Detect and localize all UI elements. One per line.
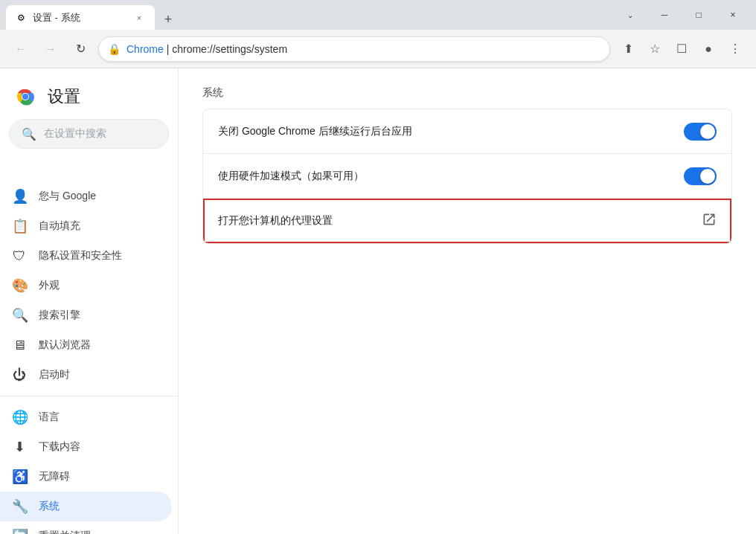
active-tab[interactable]: ⚙ 设置 - 系统 ×: [6, 5, 155, 30]
hardware-acceleration-label: 使用硬件加速模式（如果可用）: [218, 170, 672, 183]
url-lock-icon: 🔒: [108, 43, 121, 55]
external-link-icon[interactable]: [702, 212, 717, 231]
tab-close-button[interactable]: ×: [132, 11, 146, 25]
settings-content: 系统 关闭 Google Chrome 后继续运行后台应用 使用硬件加速模式（如…: [179, 68, 756, 534]
sidebar-item-search-engine[interactable]: 🔍 搜索引擎: [0, 300, 172, 330]
sidebar-title: 设置: [48, 86, 80, 108]
autofill-icon: 📋: [12, 218, 27, 234]
new-tab-button[interactable]: +: [158, 9, 179, 30]
sidebar-item-label: 自动填充: [39, 219, 80, 233]
sidebar-item-label: 搜索引擎: [39, 309, 80, 322]
collapse-button[interactable]: ⌄: [613, 0, 647, 30]
sidebar-item-reset[interactable]: 🔄 重置并清理: [0, 521, 172, 534]
reload-button[interactable]: ↻: [68, 37, 92, 61]
shield-icon: 🛡: [12, 248, 27, 264]
language-icon: 🌐: [12, 409, 27, 425]
chrome-logo: [12, 83, 39, 110]
background-apps-toggle[interactable]: [684, 123, 717, 141]
appearance-icon: 🎨: [12, 277, 27, 294]
toggle-knob: [700, 124, 715, 139]
search-icon: 🔍: [22, 127, 36, 141]
sidebar-header: 设置: [0, 68, 178, 119]
window-controls: ⌄ ─ □ ×: [613, 0, 750, 30]
url-brand: Chrome: [126, 43, 164, 55]
bookmark-button[interactable]: ☆: [643, 37, 667, 61]
maximize-button[interactable]: □: [682, 0, 716, 30]
url-text: Chrome | chrome://settings/system: [126, 43, 600, 55]
settings-card: 关闭 Google Chrome 后继续运行后台应用 使用硬件加速模式（如果可用…: [202, 109, 732, 244]
background-apps-label: 关闭 Google Chrome 后继续运行后台应用: [218, 125, 672, 138]
reset-icon: 🔄: [12, 528, 27, 534]
tab-title: 设置 - 系统: [33, 11, 126, 25]
sidebar-item-accessibility[interactable]: ♿ 无障碍: [0, 462, 172, 492]
sidebar-item-label: 外观: [39, 279, 60, 292]
sidebar-item-label: 下载内容: [39, 440, 80, 454]
sidebar-item-privacy[interactable]: 🛡 隐私设置和安全性: [0, 241, 172, 271]
hardware-acceleration-row: 使用硬件加速模式（如果可用）: [203, 154, 731, 199]
accessibility-icon: ♿: [12, 469, 27, 485]
search-placeholder: 在设置中搜索: [44, 127, 106, 141]
minimize-button[interactable]: ─: [647, 0, 682, 30]
sidebar-item-label: 无障碍: [39, 470, 70, 483]
hardware-acceleration-toggle[interactable]: [684, 167, 717, 185]
main-layout: 设置 🔍 在设置中搜索 👤 您与 Google 📋 自动填充 🛡 隐私设置和安全…: [0, 68, 756, 534]
sidebar-item-google-account[interactable]: 👤 您与 Google: [0, 181, 172, 211]
url-separator: |: [164, 43, 172, 55]
sidebar-item-downloads[interactable]: ⬇ 下载内容: [0, 432, 172, 462]
person-icon: 👤: [12, 188, 27, 205]
sidebar-item-label: 重置并清理: [39, 530, 91, 534]
tab-strip: ⚙ 设置 - 系统 × +: [6, 0, 613, 30]
sidebar-item-label: 语言: [39, 411, 60, 424]
sidebar-item-label: 系统: [39, 500, 60, 513]
toggle-knob: [700, 169, 715, 184]
forward-button[interactable]: →: [39, 37, 63, 61]
titlebar: ⚙ 设置 - 系统 × + ⌄ ─ □ ×: [0, 0, 756, 30]
sidebar-item-default-browser[interactable]: 🖥 默认浏览器: [0, 330, 172, 360]
sidebar-item-startup[interactable]: ⏻ 启动时: [0, 360, 172, 390]
download-icon: ⬇: [12, 439, 27, 455]
settings-search-bar[interactable]: 🔍 在设置中搜索: [9, 119, 169, 149]
section-title: 系统: [202, 86, 732, 100]
svg-point-3: [22, 94, 28, 100]
proxy-settings-label: 打开您计算机的代理设置: [218, 214, 690, 228]
startup-icon: ⏻: [12, 367, 27, 383]
system-icon: 🔧: [12, 498, 27, 515]
sidebar-item-label: 默认浏览器: [39, 338, 91, 352]
url-path: chrome://settings/system: [172, 43, 287, 55]
browser-icon: 🖥: [12, 338, 27, 353]
url-bar[interactable]: 🔒 Chrome | chrome://settings/system: [98, 36, 610, 62]
sidebar-item-appearance[interactable]: 🎨 外观: [0, 271, 172, 300]
sidebar-nav: 👤 您与 Google 📋 自动填充 🛡 隐私设置和安全性 🎨 外观 🔍 搜索引…: [0, 178, 178, 534]
sidebar-item-label: 您与 Google: [39, 190, 96, 203]
sidebar-item-label: 隐私设置和安全性: [39, 249, 122, 263]
sidebar-divider: [0, 396, 178, 396]
sidebar-item-label: 启动时: [39, 368, 70, 382]
tab-favicon: ⚙: [15, 12, 27, 24]
tab-search-button[interactable]: ☐: [670, 37, 693, 61]
sidebar: 设置 🔍 在设置中搜索 👤 您与 Google 📋 自动填充 🛡 隐私设置和安全…: [0, 68, 179, 534]
share-button[interactable]: ⬆: [616, 37, 640, 61]
addressbar: ← → ↻ 🔒 Chrome | chrome://settings/syste…: [0, 30, 756, 68]
more-button[interactable]: ⋮: [723, 37, 747, 61]
sidebar-item-language[interactable]: 🌐 语言: [0, 402, 172, 432]
proxy-settings-row[interactable]: 打开您计算机的代理设置: [203, 199, 731, 243]
search-engine-icon: 🔍: [12, 307, 27, 324]
profile-button[interactable]: ●: [696, 37, 720, 61]
addressbar-actions: ⬆ ☆ ☐ ● ⋮: [616, 37, 747, 61]
sidebar-item-system[interactable]: 🔧 系统: [0, 492, 172, 521]
sidebar-item-autofill[interactable]: 📋 自动填充: [0, 211, 172, 241]
back-button[interactable]: ←: [9, 37, 33, 61]
background-apps-row: 关闭 Google Chrome 后继续运行后台应用: [203, 109, 731, 154]
close-button[interactable]: ×: [716, 0, 750, 30]
